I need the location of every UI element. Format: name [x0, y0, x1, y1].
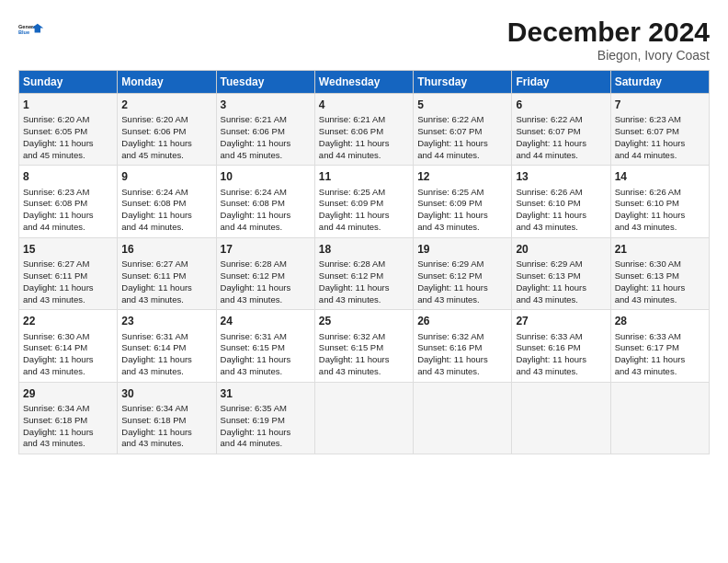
cell-info: Daylight: 11 hours	[516, 210, 606, 222]
calendar-header-row: Sunday Monday Tuesday Wednesday Thursday…	[19, 71, 710, 94]
day-number: 29	[23, 386, 113, 401]
day-number: 7	[615, 98, 705, 112]
calendar-cell: 11Sunrise: 6:25 AMSunset: 6:09 PMDayligh…	[314, 166, 413, 237]
header: GeneralBlue December 2024 Biegon, Ivory …	[18, 17, 710, 63]
day-number: 25	[319, 314, 409, 328]
calendar-cell: 29Sunrise: 6:34 AMSunset: 6:18 PMDayligh…	[19, 382, 118, 454]
day-number: 4	[319, 98, 409, 112]
cell-info: Sunrise: 6:24 AM	[121, 187, 211, 199]
cell-info: Sunrise: 6:27 AM	[121, 259, 211, 270]
calendar-cell: 30Sunrise: 6:34 AMSunset: 6:18 PMDayligh…	[118, 382, 216, 454]
title-block: December 2024 Biegon, Ivory Coast	[507, 17, 710, 63]
calendar-cell: 19Sunrise: 6:29 AMSunset: 6:12 PMDayligh…	[414, 237, 512, 309]
calendar-cell: 16Sunrise: 6:27 AMSunset: 6:11 PMDayligh…	[118, 237, 216, 309]
calendar-cell: 4Sunrise: 6:21 AMSunset: 6:06 PMDaylight…	[314, 94, 413, 166]
cell-info: and 43 minutes.	[23, 366, 113, 378]
cell-info: Sunrise: 6:21 AM	[221, 114, 311, 126]
cell-info: Sunset: 6:15 PM	[319, 342, 409, 354]
cell-info: Daylight: 11 hours	[615, 282, 705, 294]
calendar-cell: 17Sunrise: 6:28 AMSunset: 6:12 PMDayligh…	[216, 237, 314, 309]
day-number: 8	[23, 169, 113, 184]
cell-info: Sunset: 6:07 PM	[615, 126, 705, 138]
calendar-cell: 23Sunrise: 6:31 AMSunset: 6:14 PMDayligh…	[118, 310, 216, 382]
day-number: 28	[615, 314, 705, 328]
day-number: 17	[221, 242, 311, 257]
calendar-cell: 3Sunrise: 6:21 AMSunset: 6:06 PMDaylight…	[216, 94, 314, 166]
calendar-cell	[414, 382, 512, 454]
calendar-cell: 2Sunrise: 6:20 AMSunset: 6:06 PMDaylight…	[118, 94, 216, 166]
calendar-cell: 7Sunrise: 6:23 AMSunset: 6:07 PMDaylight…	[610, 94, 709, 166]
cell-info: Sunset: 6:08 PM	[23, 198, 113, 210]
cell-info: Daylight: 11 hours	[319, 138, 409, 150]
cell-info: and 44 minutes.	[417, 150, 507, 162]
cell-info: Daylight: 11 hours	[23, 354, 113, 366]
cell-info: and 43 minutes.	[615, 222, 705, 234]
header-friday: Friday	[512, 71, 610, 94]
cell-info: and 43 minutes.	[417, 222, 507, 234]
cell-info: Daylight: 11 hours	[121, 427, 211, 439]
cell-info: Sunset: 6:09 PM	[417, 198, 507, 210]
cell-info: Daylight: 11 hours	[615, 210, 705, 222]
cell-info: Sunset: 6:17 PM	[615, 342, 705, 354]
header-tuesday: Tuesday	[216, 71, 314, 94]
calendar-cell: 12Sunrise: 6:25 AMSunset: 6:09 PMDayligh…	[414, 166, 512, 237]
cell-info: Sunset: 6:06 PM	[319, 126, 409, 138]
cell-info: Daylight: 11 hours	[615, 138, 705, 150]
cell-info: Sunrise: 6:25 AM	[417, 187, 507, 199]
cell-info: and 44 minutes.	[615, 150, 705, 162]
cell-info: and 44 minutes.	[221, 222, 311, 234]
cell-info: Sunrise: 6:27 AM	[23, 259, 113, 270]
cell-info: Sunrise: 6:31 AM	[221, 331, 311, 343]
day-number: 11	[319, 169, 409, 184]
calendar-cell: 28Sunrise: 6:33 AMSunset: 6:17 PMDayligh…	[610, 310, 709, 382]
day-number: 22	[23, 314, 113, 328]
cell-info: and 43 minutes.	[319, 294, 409, 306]
cell-info: Daylight: 11 hours	[516, 138, 606, 150]
day-number: 31	[221, 386, 311, 401]
day-number: 19	[417, 242, 507, 257]
cell-info: Daylight: 11 hours	[516, 282, 606, 294]
calendar-cell: 31Sunrise: 6:35 AMSunset: 6:19 PMDayligh…	[216, 382, 314, 454]
cell-info: Daylight: 11 hours	[221, 282, 311, 294]
cell-info: Sunrise: 6:33 AM	[516, 331, 606, 343]
cell-info: Sunrise: 6:23 AM	[23, 187, 113, 199]
cell-info: Sunrise: 6:28 AM	[319, 259, 409, 270]
cell-info: and 43 minutes.	[221, 366, 311, 378]
cell-info: Daylight: 11 hours	[221, 354, 311, 366]
day-number: 1	[23, 98, 113, 112]
cell-info: Sunset: 6:10 PM	[615, 198, 705, 210]
cell-info: Daylight: 11 hours	[615, 354, 705, 366]
cell-info: and 43 minutes.	[516, 366, 606, 378]
calendar-cell: 15Sunrise: 6:27 AMSunset: 6:11 PMDayligh…	[19, 237, 118, 309]
cell-info: Sunrise: 6:29 AM	[516, 259, 606, 270]
cell-info: Daylight: 11 hours	[23, 427, 113, 439]
cell-info: Sunrise: 6:32 AM	[319, 331, 409, 343]
cell-info: Sunset: 6:14 PM	[121, 342, 211, 354]
calendar-cell: 10Sunrise: 6:24 AMSunset: 6:08 PMDayligh…	[216, 166, 314, 237]
cell-info: Sunrise: 6:34 AM	[23, 403, 113, 415]
day-number: 23	[121, 314, 211, 328]
cell-info: and 43 minutes.	[121, 366, 211, 378]
cell-info: Sunrise: 6:20 AM	[121, 114, 211, 126]
calendar-cell	[314, 382, 413, 454]
cell-info: and 43 minutes.	[23, 438, 113, 450]
cell-info: Sunset: 6:15 PM	[221, 342, 311, 354]
cell-info: Daylight: 11 hours	[417, 210, 507, 222]
logo-icon: GeneralBlue	[18, 17, 44, 42]
page: GeneralBlue December 2024 Biegon, Ivory …	[0, 0, 728, 563]
cell-info: Daylight: 11 hours	[121, 138, 211, 150]
cell-info: Sunrise: 6:23 AM	[615, 114, 705, 126]
cell-info: and 44 minutes.	[516, 150, 606, 162]
day-number: 24	[221, 314, 311, 328]
cell-info: and 45 minutes.	[23, 150, 113, 162]
cell-info: and 43 minutes.	[417, 294, 507, 306]
calendar-row: 8Sunrise: 6:23 AMSunset: 6:08 PMDaylight…	[19, 166, 710, 237]
cell-info: Sunset: 6:16 PM	[417, 342, 507, 354]
cell-info: Sunrise: 6:28 AM	[221, 259, 311, 270]
cell-info: Daylight: 11 hours	[319, 354, 409, 366]
day-number: 14	[615, 169, 705, 184]
cell-info: Sunset: 6:07 PM	[516, 126, 606, 138]
day-number: 3	[221, 98, 311, 112]
cell-info: and 43 minutes.	[121, 438, 211, 450]
calendar-cell: 18Sunrise: 6:28 AMSunset: 6:12 PMDayligh…	[314, 237, 413, 309]
